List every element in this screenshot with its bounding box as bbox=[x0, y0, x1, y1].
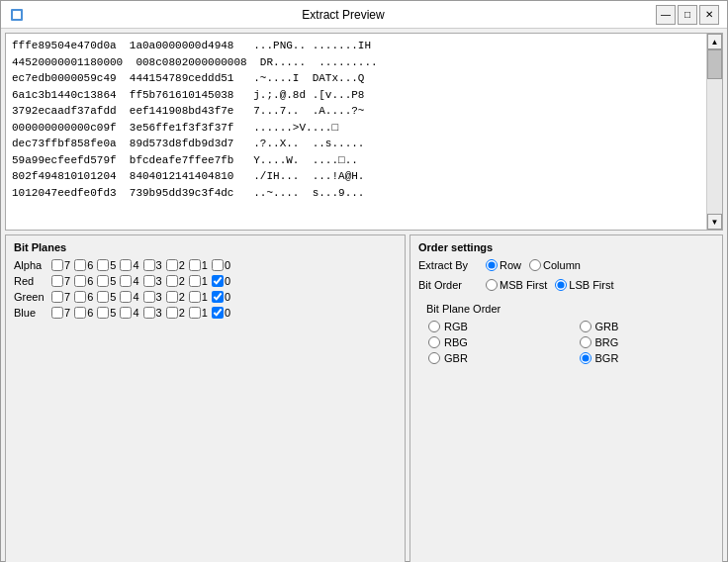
bp-checkbox-green-5[interactable] bbox=[97, 291, 109, 303]
bp-checkbox-red-7[interactable] bbox=[51, 275, 63, 287]
bpo-radio-rbg[interactable] bbox=[428, 336, 440, 348]
bp-bit-label: 6 bbox=[87, 291, 93, 303]
scrollbar[interactable]: ▲ ▼ bbox=[706, 34, 722, 230]
bpo-radio-rgb[interactable] bbox=[428, 321, 440, 332]
bpo-radio-brg[interactable] bbox=[580, 336, 592, 348]
order-settings-panel: Order settings Extract By RowColumn Bit … bbox=[410, 234, 723, 562]
bp-checkbox-blue-7[interactable] bbox=[51, 307, 63, 319]
svg-rect-1 bbox=[13, 11, 21, 19]
extract-by-row: Extract By RowColumn bbox=[418, 259, 714, 271]
bp-checkbox-alpha-4[interactable] bbox=[120, 259, 132, 271]
bp-bit-label: 4 bbox=[133, 259, 138, 271]
bp-bit-label: 4 bbox=[133, 291, 138, 303]
bp-item: 4 bbox=[120, 307, 138, 319]
scroll-up-button[interactable]: ▲ bbox=[707, 34, 722, 49]
bp-item: 0 bbox=[212, 259, 230, 271]
bp-checkbox-blue-5[interactable] bbox=[97, 307, 109, 319]
bp-checkbox-alpha-1[interactable] bbox=[189, 259, 201, 271]
bpo-radio-gbr[interactable] bbox=[428, 352, 440, 364]
bp-item: 3 bbox=[143, 307, 162, 319]
bp-checkbox-alpha-2[interactable] bbox=[166, 259, 178, 271]
bp-checkbox-alpha-5[interactable] bbox=[97, 259, 109, 271]
bp-row-alpha: Alpha76543210 bbox=[14, 259, 397, 271]
extract-by-label: Extract By bbox=[418, 259, 478, 271]
bp-item: 5 bbox=[97, 291, 116, 303]
bp-item: 7 bbox=[51, 291, 70, 303]
bp-bit-label: 0 bbox=[225, 307, 230, 319]
bp-checkbox-red-5[interactable] bbox=[97, 275, 109, 287]
bp-checkbox-red-4[interactable] bbox=[120, 275, 132, 287]
bp-row-green: Green76543210 bbox=[14, 291, 397, 303]
bp-bit-label: 4 bbox=[133, 307, 138, 319]
bit-order-label-msb: MSB First bbox=[500, 279, 547, 291]
bp-checkbox-red-2[interactable] bbox=[166, 275, 178, 287]
bp-checkbox-blue-1[interactable] bbox=[189, 307, 201, 319]
bp-checkbox-alpha-0[interactable] bbox=[212, 259, 224, 271]
bp-checkbox-green-6[interactable] bbox=[74, 291, 86, 303]
bp-checkbox-red-3[interactable] bbox=[143, 275, 155, 287]
bp-bit-label: 7 bbox=[64, 259, 70, 271]
bp-bit-label: 1 bbox=[202, 291, 208, 303]
bp-item: 3 bbox=[143, 291, 162, 303]
bpo-label-rbg: RBG bbox=[444, 336, 468, 348]
bp-item: 4 bbox=[120, 291, 138, 303]
bp-bit-label: 2 bbox=[179, 307, 185, 319]
bp-item: 3 bbox=[143, 275, 162, 287]
bp-checkbox-green-3[interactable] bbox=[143, 291, 155, 303]
bit-order-option: MSB First bbox=[486, 279, 547, 291]
bp-label-alpha: Alpha bbox=[14, 259, 51, 271]
close-button[interactable]: ✕ bbox=[699, 5, 719, 25]
minimize-button[interactable]: — bbox=[656, 5, 676, 25]
window-title: Extract Preview bbox=[31, 8, 656, 22]
scroll-down-button[interactable]: ▼ bbox=[707, 214, 722, 230]
bp-checkbox-red-1[interactable] bbox=[189, 275, 201, 287]
bp-checkbox-green-0[interactable] bbox=[212, 291, 224, 303]
bp-bit-label: 7 bbox=[64, 275, 70, 287]
bp-label-blue: Blue bbox=[14, 307, 51, 319]
bit-plane-order-section: Bit Plane Order RGBGRBRBGBRGGBRBGR bbox=[418, 303, 714, 364]
scroll-thumb[interactable] bbox=[707, 49, 722, 79]
bp-checkbox-red-0[interactable] bbox=[212, 275, 224, 287]
bp-checkbox-blue-6[interactable] bbox=[74, 307, 86, 319]
bp-checkbox-blue-3[interactable] bbox=[143, 307, 155, 319]
extract-by-radio-row[interactable] bbox=[486, 259, 498, 271]
bit-order-radio-lsb[interactable] bbox=[555, 279, 567, 291]
maximize-button[interactable]: □ bbox=[678, 5, 697, 25]
bp-item: 7 bbox=[51, 259, 70, 271]
bpo-label-gbr: GBR bbox=[444, 352, 468, 364]
bp-item: 5 bbox=[97, 259, 116, 271]
bp-label-red: Red bbox=[14, 275, 51, 287]
bpo-radio-grb[interactable] bbox=[580, 321, 592, 332]
bpo-label-brg: BRG bbox=[595, 336, 619, 348]
bp-checkbox-group-green: 76543210 bbox=[51, 291, 230, 303]
bit-order-radio-msb[interactable] bbox=[486, 279, 498, 291]
bp-checkbox-green-1[interactable] bbox=[189, 291, 201, 303]
bp-bit-label: 3 bbox=[156, 259, 162, 271]
bp-bit-label: 5 bbox=[110, 259, 116, 271]
bp-checkbox-blue-4[interactable] bbox=[120, 307, 132, 319]
extract-by-radio-column[interactable] bbox=[529, 259, 541, 271]
bp-bit-label: 0 bbox=[225, 291, 230, 303]
bp-checkbox-green-2[interactable] bbox=[166, 291, 178, 303]
bpo-item: BRG bbox=[580, 336, 715, 348]
bp-checkbox-green-7[interactable] bbox=[51, 291, 63, 303]
bit-order-group: MSB FirstLSB First bbox=[486, 279, 614, 291]
bpo-radio-bgr[interactable] bbox=[580, 352, 592, 364]
bp-checkbox-alpha-3[interactable] bbox=[143, 259, 155, 271]
bp-checkbox-blue-0[interactable] bbox=[212, 307, 224, 319]
bp-row-blue: Blue76543210 bbox=[14, 307, 397, 319]
bp-bit-label: 1 bbox=[202, 275, 208, 287]
scroll-track[interactable] bbox=[707, 49, 722, 214]
bp-checkbox-green-4[interactable] bbox=[120, 291, 132, 303]
bp-bit-label: 6 bbox=[87, 307, 93, 319]
bit-planes-title: Bit Planes bbox=[14, 241, 397, 253]
bp-checkbox-alpha-7[interactable] bbox=[51, 259, 63, 271]
bp-bit-label: 0 bbox=[225, 259, 230, 271]
bp-checkbox-group-blue: 76543210 bbox=[51, 307, 230, 319]
bp-bit-label: 3 bbox=[156, 291, 162, 303]
bp-checkbox-blue-2[interactable] bbox=[166, 307, 178, 319]
bit-order-row: Bit Order MSB FirstLSB First bbox=[418, 279, 714, 291]
bp-checkbox-alpha-6[interactable] bbox=[74, 259, 86, 271]
bp-checkbox-red-6[interactable] bbox=[74, 275, 86, 287]
bp-item: 1 bbox=[189, 259, 208, 271]
